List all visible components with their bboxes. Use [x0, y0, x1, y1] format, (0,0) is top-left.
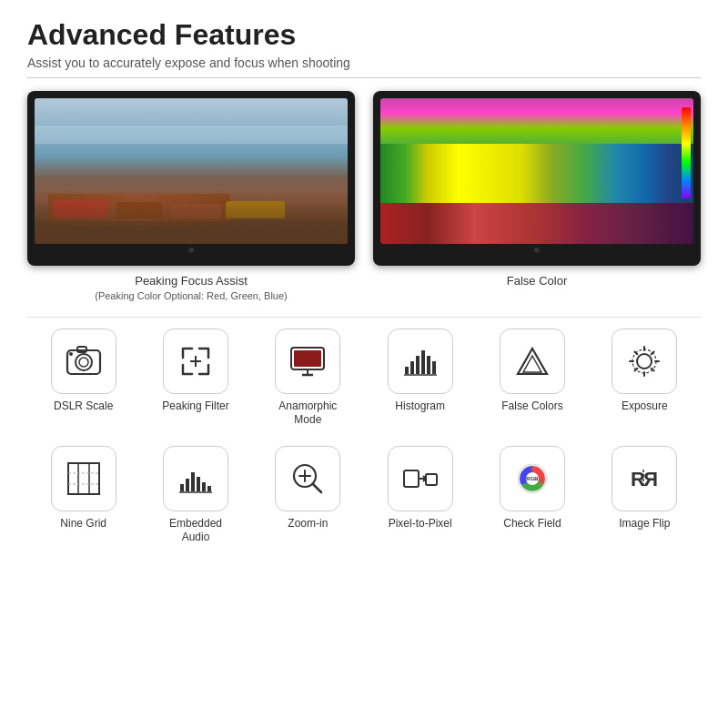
zoom-in-icon	[288, 459, 328, 499]
feature-label-nine-grid: Nine Grid	[60, 517, 106, 531]
check-field-icon: R G B RGB	[512, 459, 552, 499]
features-row-1: DSLR Scale Peaking Filter	[27, 319, 701, 437]
feature-label-image-flip: Image Flip	[619, 517, 670, 531]
svg-rect-46	[404, 470, 419, 487]
embedded-audio-icon	[176, 459, 216, 499]
feature-label-peaking-filter: Peaking Filter	[162, 399, 228, 414]
feature-image-flip: R R Image Flip	[599, 446, 690, 531]
monitor-false-color: False Color	[373, 91, 701, 304]
feature-histogram: Histogram	[375, 329, 466, 414]
svg-text:RGB: RGB	[526, 476, 539, 481]
feature-label-false-colors: False Colors	[501, 399, 562, 414]
feature-label-pixel-to-pixel: Pixel-to-Pixel	[389, 517, 452, 531]
monitor-dot-false	[534, 248, 540, 253]
svg-rect-37	[191, 472, 195, 491]
image-flip-icon: R R	[624, 459, 664, 499]
svg-point-29	[632, 349, 656, 373]
feature-label-zoom-in: Zoom-in	[288, 517, 328, 531]
svg-rect-35	[180, 484, 184, 491]
anamorphic-mode-icon	[288, 341, 328, 381]
svg-point-2	[76, 354, 92, 370]
feature-check-field: R G B RGB Check Field	[487, 446, 578, 531]
svg-rect-38	[197, 477, 200, 491]
feature-dslr-scale: DSLR Scale	[38, 329, 129, 414]
svg-rect-13	[416, 356, 420, 374]
feature-anamorphic-mode: AnamorphicMode	[262, 329, 353, 428]
svg-point-3	[79, 358, 88, 367]
feature-label-embedded-audio: EmbeddedAudio	[169, 517, 222, 545]
feature-nine-grid: Nine Grid	[38, 446, 129, 531]
monitors-row: Peaking Focus Assist (Peaking Color Opti…	[27, 91, 701, 304]
svg-marker-18	[518, 349, 547, 374]
svg-rect-12	[410, 361, 414, 374]
svg-rect-47	[426, 474, 437, 485]
exposure-icon	[624, 341, 664, 381]
monitor-peaking: Peaking Focus Assist (Peaking Color Opti…	[27, 91, 355, 304]
svg-rect-30	[68, 463, 99, 494]
svg-text:R: R	[531, 467, 534, 472]
svg-point-20	[637, 354, 652, 369]
monitor-dot-peaking	[188, 248, 194, 253]
features-row-2: Nine Grid EmbeddedAudio	[27, 437, 701, 554]
feature-exposure: Exposure	[599, 329, 690, 414]
svg-rect-36	[186, 479, 189, 491]
dslr-scale-icon	[64, 341, 104, 381]
monitor-frame-peaking	[27, 91, 355, 266]
feature-embedded-audio: EmbeddedAudio	[150, 446, 241, 545]
feature-label-exposure: Exposure	[622, 399, 668, 414]
svg-rect-8	[294, 350, 321, 367]
svg-text:R: R	[643, 468, 658, 490]
svg-line-43	[313, 483, 322, 492]
feature-false-colors: False Colors	[487, 329, 578, 414]
monitor-label-peaking: Peaking Focus Assist (Peaking Color Opti…	[95, 273, 288, 304]
page-title: Advanced Features	[27, 18, 701, 52]
svg-point-4	[69, 352, 73, 356]
svg-rect-15	[427, 356, 430, 374]
feature-label-anamorphic-mode: AnamorphicMode	[278, 399, 337, 428]
feature-label-dslr-scale: DSLR Scale	[54, 399, 113, 414]
false-colors-icon	[512, 341, 552, 381]
monitor-screen-nature	[35, 98, 348, 244]
monitor-frame-false	[373, 91, 701, 266]
section-divider	[27, 317, 701, 318]
histogram-icon	[400, 341, 440, 381]
page-subtitle: Assist you to accurately expose and focu…	[27, 56, 701, 78]
svg-rect-39	[202, 482, 206, 491]
svg-rect-40	[207, 486, 211, 491]
monitor-screen-false	[380, 98, 693, 244]
svg-rect-14	[421, 350, 425, 374]
feature-pixel-to-pixel: Pixel-to-Pixel	[375, 446, 466, 531]
page-container: Advanced Features Assist you to accurate…	[0, 0, 728, 728]
nine-grid-icon	[64, 459, 104, 499]
feature-peaking-filter: Peaking Filter	[150, 329, 241, 414]
feature-label-check-field: Check Field	[503, 517, 561, 531]
svg-rect-16	[432, 361, 436, 374]
feature-label-histogram: Histogram	[395, 399, 445, 414]
feature-zoom-in: Zoom-in	[262, 446, 353, 531]
peaking-filter-icon	[176, 341, 216, 381]
svg-rect-11	[405, 367, 409, 374]
pixel-to-pixel-icon	[400, 459, 440, 499]
monitor-label-false: False Color	[507, 273, 567, 289]
